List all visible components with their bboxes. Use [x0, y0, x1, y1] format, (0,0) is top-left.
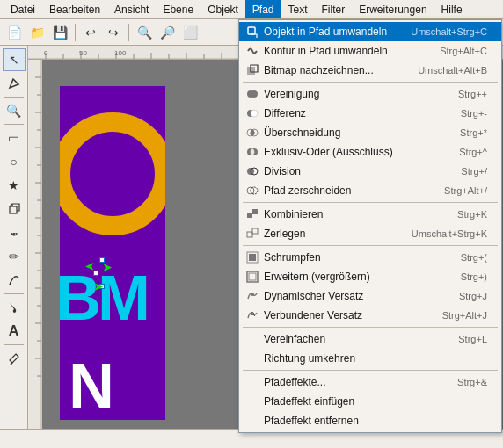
outset-label: Erweitern (vergrößern) [264, 271, 370, 283]
menu-combine[interactable]: Kombinieren Strg+K [239, 205, 501, 224]
menu-trace-bitmap[interactable]: Bitmap nachzeichnen... Umschalt+Alt+B [239, 61, 501, 80]
menu-sep-1 [243, 82, 498, 83]
menu-text[interactable]: Text [281, 0, 315, 18]
zoom-out-button[interactable]: 🔎 [157, 22, 178, 43]
union-shortcut: Strg++ [458, 89, 487, 99]
tool-star[interactable]: ★ [3, 174, 26, 197]
path-effects-label: Pfadeffekte... [264, 376, 326, 388]
menu-path-effects[interactable]: Pfadeffekte... Strg+& [239, 372, 501, 392]
svg-marker-0 [10, 79, 18, 88]
redo-button[interactable]: ↪ [103, 22, 124, 43]
simplify-shortcut: Strg+L [458, 334, 487, 344]
simplify-label: Vereinfachen [264, 333, 325, 345]
break-apart-label: Zerlegen [264, 228, 305, 240]
svg-rect-42 [248, 27, 255, 34]
reverse-label: Richtung umkehren [264, 352, 355, 365]
menu-simplify[interactable]: Vereinfachen Strg+L [239, 329, 501, 349]
tool-calligraphy[interactable] [3, 269, 26, 292]
tool-spiral[interactable] [3, 221, 26, 244]
menu-objekt[interactable]: Objekt [200, 0, 245, 18]
break-apart-icon [244, 226, 260, 242]
menu-bearbeiten[interactable]: Bearbeiten [42, 0, 107, 18]
menu-hilfe[interactable]: Hilfe [434, 0, 470, 18]
menu-intersection[interactable]: Überschneidung Strg+* [239, 123, 501, 142]
tool-selector[interactable]: ↖ [3, 48, 26, 71]
svg-text:50: 50 [79, 49, 87, 57]
artwork-text-n: N [69, 350, 114, 420]
new-button[interactable]: 📄 [4, 22, 25, 43]
save-button[interactable]: 💾 [49, 22, 70, 43]
menu-cut[interactable]: Pfad zerschneiden Strg+Alt+/ [239, 181, 501, 200]
menu-xor[interactable]: Exklusiv-Oder (Ausschluss) Strg+^ [239, 142, 501, 162]
dynamic-offset-label: Dynamischer Versatz [264, 290, 363, 302]
open-button[interactable]: 📁 [26, 22, 47, 43]
menu-division[interactable]: Division Strg+/ [239, 162, 501, 181]
remove-effect-label: Pfadeffekt entfernen [264, 415, 359, 427]
trace-bitmap-shortcut: Umschalt+Alt+B [418, 65, 487, 76]
remove-effect-icon [244, 413, 260, 429]
menu-ansicht[interactable]: Ansicht [107, 0, 156, 18]
linked-offset-icon [244, 307, 260, 323]
menu-outset[interactable]: Erweitern (vergrößern) Strg+) [239, 267, 501, 286]
tool-circle[interactable]: ○ [3, 150, 26, 173]
tool-sep-1 [4, 97, 24, 98]
artwork-circle [60, 112, 165, 235]
trace-bitmap-label: Bitmap nachzeichnen... [264, 64, 374, 76]
tool-pencil[interactable]: ✏ [3, 245, 26, 268]
tool-node[interactable] [3, 72, 26, 95]
menu-remove-effect[interactable]: Pfadeffekt entfernen [239, 411, 501, 430]
svg-rect-58 [247, 232, 252, 237]
dynamic-offset-icon [244, 288, 260, 304]
inset-icon [244, 249, 260, 265]
menu-dynamic-offset[interactable]: Dynamischer Versatz Strg+J [239, 286, 501, 306]
svg-rect-56 [247, 213, 252, 218]
dynamic-offset-shortcut: Strg+J [459, 291, 487, 301]
ruler-left [28, 60, 42, 429]
toolbox: ↖ 🔍 ▭ ○ ★ ✏ A [0, 46, 28, 429]
menu-difference[interactable]: Differenz Strg+- [239, 104, 501, 123]
svg-rect-1 [10, 206, 17, 213]
combine-shortcut: Strg+K [457, 209, 487, 220]
menu-linked-offset[interactable]: Verbundener Versatz Strg+Alt+J [239, 306, 501, 325]
tool-rect[interactable]: ▭ [3, 126, 26, 149]
menu-sep-5 [243, 370, 498, 371]
menu-sep-3 [243, 245, 498, 246]
menu-pfad[interactable]: Pfad [245, 0, 281, 18]
obj-to-path-shortcut: Umschalt+Strg+C [411, 26, 487, 37]
combine-icon [244, 206, 260, 222]
menu-paste-effect[interactable]: Pfadeffekt einfügen [239, 392, 501, 411]
menu-break-apart[interactable]: Zerlegen Umschalt+Strg+K [239, 224, 501, 243]
svg-rect-62 [249, 273, 256, 280]
menu-union[interactable]: Vereinigung Strg++ [239, 84, 501, 104]
menu-filter[interactable]: Filter [315, 0, 353, 18]
trace-bitmap-icon [244, 62, 260, 78]
menu-reverse[interactable]: Richtung umkehren [239, 349, 501, 368]
tool-text[interactable]: A [3, 320, 26, 343]
difference-label: Differenz [264, 107, 306, 119]
linked-offset-label: Verbundener Versatz [264, 309, 362, 322]
tool-paint[interactable] [3, 296, 26, 319]
union-label: Vereinigung [264, 88, 319, 100]
difference-icon [244, 105, 260, 121]
svg-text:0: 0 [44, 49, 48, 57]
menu-stroke-to-path[interactable]: Kontur in Pfad umwandeln Strg+Alt+C [239, 41, 501, 61]
zoom-fit-button[interactable]: ⬜ [179, 22, 200, 43]
zoom-in-button[interactable]: 🔍 [134, 22, 155, 43]
tool-3dbox[interactable] [3, 198, 26, 220]
menu-erweiterungen[interactable]: Erweiterungen [352, 0, 434, 18]
xor-label: Exklusiv-Oder (Ausschluss) [264, 146, 393, 158]
svg-point-64 [251, 293, 254, 296]
pfad-dropdown-menu: Objekt in Pfad umwandeln Umschalt+Strg+C… [238, 19, 502, 433]
menu-inset[interactable]: Schrumpfen Strg+( [239, 248, 501, 267]
undo-button[interactable]: ↩ [80, 22, 101, 43]
tool-dropper[interactable] [3, 347, 26, 370]
menu-datei[interactable]: Datei [4, 0, 42, 18]
menu-obj-to-path[interactable]: Objekt in Pfad umwandeln Umschalt+Strg+C [239, 22, 501, 41]
path-effects-icon [244, 374, 260, 390]
stroke-to-path-shortcut: Strg+Alt+C [440, 46, 487, 56]
break-apart-shortcut: Umschalt+Strg+K [412, 228, 487, 239]
intersection-shortcut: Strg+* [460, 127, 487, 138]
tool-zoom[interactable]: 🔍 [3, 99, 26, 122]
simplify-icon [244, 331, 260, 347]
menu-ebene[interactable]: Ebene [156, 0, 200, 18]
